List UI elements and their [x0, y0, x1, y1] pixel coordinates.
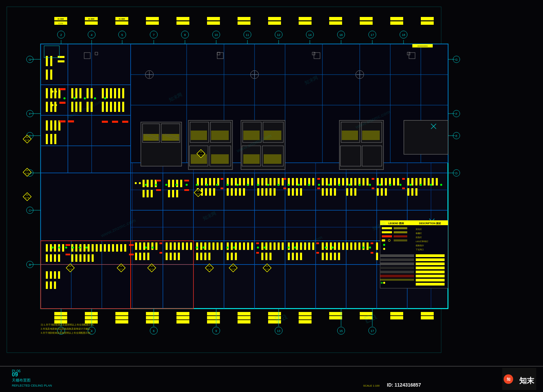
svg-rect-156	[147, 180, 149, 187]
svg-rect-463	[146, 316, 159, 319]
svg-point-552	[155, 184, 157, 186]
svg-rect-215	[300, 178, 302, 185]
svg-rect-696	[380, 271, 414, 273]
svg-text:孔.08: 孔.08	[25, 197, 29, 199]
svg-rect-315	[139, 253, 141, 260]
svg-rect-306	[129, 244, 134, 246]
svg-point-594	[264, 247, 266, 249]
svg-rect-686	[416, 262, 445, 265]
svg-rect-75	[362, 131, 380, 140]
svg-rect-218	[312, 178, 314, 185]
svg-rect-375	[316, 252, 319, 254]
svg-text:应急灯: 应急灯	[416, 236, 422, 238]
svg-rect-427	[85, 21, 98, 25]
svg-rect-295	[108, 244, 110, 252]
svg-rect-264	[436, 178, 438, 185]
svg-rect-328	[170, 253, 172, 260]
svg-text:03: 03	[26, 136, 28, 138]
svg-point-592	[233, 247, 235, 249]
svg-rect-477	[299, 312, 312, 315]
svg-rect-371	[292, 253, 294, 260]
svg-point-562	[257, 184, 259, 186]
svg-rect-194	[231, 188, 233, 196]
svg-rect-170	[176, 190, 178, 197]
svg-point-574	[379, 184, 381, 186]
svg-rect-486	[421, 312, 434, 315]
svg-rect-390	[330, 253, 332, 260]
svg-rect-67	[243, 154, 260, 164]
svg-rect-234	[334, 188, 336, 196]
svg-text:01: 01	[208, 265, 210, 267]
svg-rect-335	[212, 242, 214, 250]
svg-rect-302	[79, 254, 81, 262]
svg-text:孔.08: 孔.08	[208, 268, 211, 270]
svg-rect-262	[428, 178, 430, 185]
svg-rect-225	[322, 178, 324, 185]
svg-rect-458	[85, 320, 98, 324]
svg-point-598	[332, 247, 334, 249]
svg-point-575	[389, 184, 391, 186]
svg-rect-244	[372, 178, 374, 180]
svg-rect-339	[200, 253, 202, 260]
svg-text:下送风口: 下送风口	[416, 249, 424, 251]
svg-rect-437	[238, 17, 250, 20]
svg-rect-457	[85, 316, 98, 319]
svg-text:3.关于消防喷淋及应急照明以上专业调配图示例。: 3.关于消防喷淋及应急照明以上专业调配图示例。	[41, 332, 93, 334]
svg-rect-160	[147, 190, 149, 197]
svg-rect-259	[415, 178, 417, 185]
svg-rect-126	[50, 134, 52, 144]
svg-rect-354	[261, 242, 263, 250]
svg-point-556	[196, 184, 198, 186]
svg-rect-382	[346, 242, 348, 250]
svg-text:格栅灯: 格栅灯	[415, 232, 422, 234]
svg-rect-131	[75, 88, 77, 98]
svg-point-580	[440, 184, 442, 186]
svg-text:LED灯带/筒灯: LED灯带/筒灯	[416, 240, 428, 242]
svg-rect-337	[221, 242, 223, 250]
svg-rect-113	[50, 88, 52, 98]
svg-rect-144	[118, 88, 120, 98]
blueprint-svg: 01 3000 C1 01 01 3000 01 3000	[0, 0, 543, 392]
svg-text:4: 4	[91, 33, 92, 37]
svg-point-600	[369, 247, 371, 249]
svg-rect-460	[115, 316, 128, 319]
svg-rect-445	[360, 17, 373, 20]
svg-rect-255	[402, 178, 405, 180]
svg-rect-374	[316, 242, 319, 244]
svg-rect-280	[50, 271, 52, 279]
svg-rect-471	[238, 312, 250, 315]
svg-rect-442	[299, 21, 312, 25]
svg-rect-202	[274, 178, 276, 185]
svg-point-579	[430, 184, 432, 186]
svg-text:E: E	[455, 134, 457, 138]
svg-rect-211	[283, 188, 286, 189]
svg-text:01: 01	[232, 265, 234, 267]
svg-text:D: D	[455, 172, 458, 175]
svg-text:知末: 知末	[519, 376, 535, 385]
svg-point-577	[410, 184, 412, 186]
svg-text:C: C	[29, 209, 31, 212]
svg-text:16: 16	[339, 33, 343, 37]
svg-rect-380	[338, 242, 340, 250]
svg-rect-167	[180, 180, 182, 187]
svg-rect-119	[59, 88, 65, 90]
svg-rect-680	[394, 227, 407, 229]
svg-point-583	[65, 247, 67, 249]
svg-text:F: F	[29, 112, 31, 116]
svg-rect-240	[367, 178, 369, 185]
svg-rect-393	[371, 242, 373, 244]
svg-point-589	[196, 247, 198, 249]
svg-rect-395	[376, 242, 378, 250]
svg-rect-430	[115, 21, 128, 25]
svg-rect-305	[92, 254, 94, 262]
svg-rect-388	[322, 253, 324, 260]
svg-point-599	[362, 247, 364, 249]
svg-rect-251	[397, 178, 399, 185]
svg-rect-347	[247, 242, 249, 250]
svg-rect-320	[166, 242, 168, 250]
svg-rect-385	[358, 242, 360, 250]
svg-rect-333	[204, 242, 206, 250]
svg-text:SCALE 1:100: SCALE 1:100	[363, 384, 380, 387]
svg-rect-231	[322, 188, 324, 196]
svg-rect-245	[372, 188, 374, 189]
